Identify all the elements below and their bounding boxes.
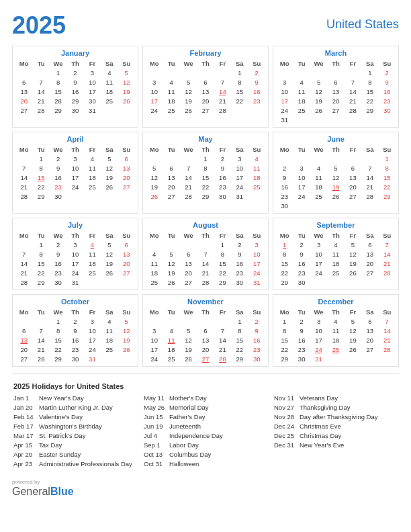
calendar-day: 18 [327, 259, 344, 268]
calendar-day: 29 [66, 96, 83, 105]
holiday-name: Father's Day [169, 413, 205, 420]
calendar-day: 4 [248, 154, 265, 163]
calendar-day: 24 [310, 268, 327, 277]
calendar-day: 20 [163, 182, 179, 191]
calendar-day: 28 [214, 105, 231, 115]
calendar-day: 15 [276, 259, 293, 268]
calendar-day: 7 [197, 249, 214, 259]
month-name: May [146, 135, 265, 143]
calendar-day: 16 [248, 87, 265, 96]
calendar-day: 28 [50, 96, 66, 105]
calendar-day: 16 [379, 87, 396, 96]
holiday-date: Apr 15 [13, 441, 35, 449]
brand-blue: Blue [50, 486, 74, 498]
calendar-day: 25 [84, 268, 101, 277]
page: 2025 United States JanuaryMoTuWeThFrSaSu… [0, 0, 411, 532]
day-header-sa: Sa [231, 231, 248, 240]
calendar-day: 16 [214, 173, 231, 182]
calendar-day: 24 [146, 354, 163, 363]
calendar-day: 16 [293, 335, 310, 345]
calendar-day: 30 [231, 277, 248, 287]
calendar-day: 22 [32, 182, 49, 191]
holiday-name: St. Patrick's Day [39, 432, 85, 439]
calendar-day: 13 [327, 87, 344, 96]
holiday-name: Christmas Eve [300, 423, 341, 430]
calendar-day: 19 [345, 335, 361, 345]
calendar-day [345, 154, 361, 163]
calendar-day: 8 [231, 326, 248, 335]
holiday-item: Feb 17Washington's Birthday [13, 423, 137, 430]
month-name: July [15, 221, 135, 229]
calendar-day: 5 [118, 316, 135, 326]
calendar-day [101, 191, 118, 201]
calendar-day: 30 [293, 354, 310, 363]
day-header-su: Su [118, 59, 135, 68]
calendar-day: 17 [84, 87, 101, 96]
calendar-day: 24 [66, 182, 83, 191]
calendar-day: 7 [32, 77, 49, 87]
year-title: 2025 [12, 13, 66, 38]
calendar-day: 19 [146, 182, 163, 191]
holiday-date: Mar 17 [13, 432, 35, 439]
calendar-day: 2 [293, 240, 310, 249]
calendar-day: 30 [248, 354, 265, 363]
holiday-name: Columbus Day [169, 451, 211, 458]
calendar-day: 3 [146, 326, 163, 335]
calendar-day: 2 [293, 316, 310, 326]
calendar-day: 2 [248, 68, 265, 77]
calendar-day: 12 [163, 259, 179, 268]
calendar-day: 8 [50, 326, 66, 335]
calendar-day: 2 [214, 154, 231, 163]
calendar-day: 14 [15, 259, 32, 268]
calendar-day: 14 [361, 173, 378, 182]
calendar-day: 7 [214, 326, 231, 335]
calendar-day: 27 [15, 105, 32, 115]
calendar-day: 16 [248, 335, 265, 345]
calendar-day: 11 [101, 77, 118, 87]
holiday-column-1: May 11Mother's DayMay 26Memorial DayJun … [144, 394, 267, 470]
calendar-day: 4 [310, 163, 327, 173]
calendar-day: 18 [310, 182, 327, 191]
calendar-day: 6 [361, 316, 378, 326]
day-header-fr: Fr [345, 59, 361, 68]
calendar-day: 3 [66, 240, 83, 249]
calendar-day [293, 154, 310, 163]
calendar-day: 15 [379, 173, 396, 182]
day-header-we: We [180, 145, 197, 154]
day-header-tu: Tu [293, 145, 310, 154]
calendar-day: 10 [248, 249, 265, 259]
calendar-day: 11 [101, 326, 118, 335]
calendar-day: 16 [50, 173, 66, 182]
day-header-mo: Mo [15, 145, 32, 154]
month-block-march: MarchMoTuWeThFrSaSu123456789101112131415… [273, 46, 399, 128]
day-header-sa: Sa [231, 145, 248, 154]
calendar-day: 27 [327, 105, 344, 115]
calendar-day [214, 316, 231, 326]
calendar-day: 29 [50, 105, 66, 115]
holiday-name: Veterans Day [300, 394, 338, 402]
calendar-day: 31 [276, 115, 293, 124]
calendar-day: 20 [197, 96, 214, 105]
holiday-item: Apr 23Administrative Professionals Day [13, 460, 137, 468]
calendar-day: 27 [345, 191, 361, 201]
calendar-day: 13 [118, 163, 135, 173]
calendar-day: 26 [163, 277, 179, 287]
calendar-day [248, 105, 265, 115]
month-name: March [276, 49, 396, 57]
calendar-day: 5 [163, 249, 179, 259]
calendar-day: 5 [180, 326, 197, 335]
calendar-day: 29 [32, 277, 49, 287]
calendar-day: 18 [84, 259, 101, 268]
day-header-th: Th [327, 308, 344, 316]
holiday-name: Day after Thanksgiving Day [300, 413, 378, 420]
calendar-day [361, 201, 378, 210]
calendar-day [146, 154, 163, 163]
day-header-tu: Tu [163, 231, 179, 240]
calendar-day: 29 [276, 277, 293, 287]
calendar-day: 23 [276, 191, 293, 201]
calendar-day: 9 [248, 326, 265, 335]
calendar-day: 25 [163, 354, 179, 363]
calendar-day: 13 [163, 173, 179, 182]
day-header-sa: Sa [231, 59, 248, 68]
calendar-day: 7 [180, 163, 197, 173]
